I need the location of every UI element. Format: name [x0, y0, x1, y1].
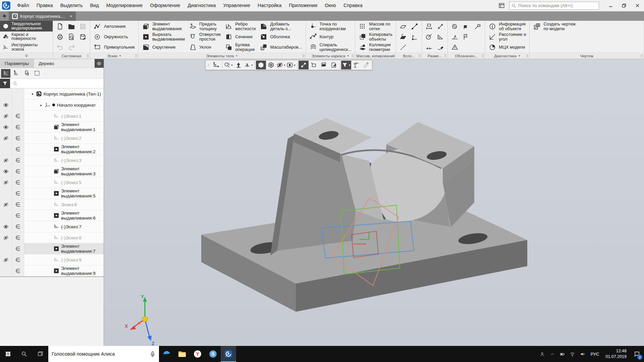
menu-diagnostics[interactable]: Диагностика — [184, 0, 219, 11]
eye-icon[interactable] — [0, 166, 12, 177]
extrude-boss-button[interactable]: Элемент выдавливания — [140, 21, 187, 32]
tree-item-sketch-3[interactable]: ∈(-)Эскиз:3 — [0, 155, 104, 166]
edit-dimension-button[interactable] — [435, 42, 446, 52]
new-tab-button[interactable]: + — [0, 11, 9, 21]
menu-select[interactable]: Выделить — [57, 0, 87, 11]
tree-search[interactable] — [10, 79, 104, 88]
construction-line-button[interactable] — [397, 42, 409, 52]
tab-close-icon[interactable]: × — [70, 14, 72, 19]
grip-icon[interactable] — [481, 54, 484, 58]
grip-icon[interactable] — [302, 54, 305, 58]
chevron-down-icon[interactable]: ▼ — [119, 55, 121, 57]
menu-management[interactable]: Управление — [219, 0, 254, 11]
menu-window[interactable]: Окно — [321, 0, 340, 11]
task-view-button[interactable] — [32, 346, 48, 362]
grip-icon[interactable] — [444, 54, 447, 58]
network-icon[interactable] — [567, 346, 577, 362]
cut-extrude-button[interactable]: Вырезать выдавливанием — [140, 32, 187, 42]
gear-icon[interactable] — [95, 59, 104, 68]
notification-center[interactable]: 2 — [630, 346, 644, 362]
menu-help[interactable]: Справка — [340, 0, 366, 11]
sketch-mode-button[interactable] — [211, 61, 221, 69]
assistant-search[interactable] — [48, 346, 159, 362]
mode-sketch-tools[interactable]: Инструменты эскиза — [0, 42, 53, 53]
fillet-button[interactable]: Скругление — [140, 42, 187, 52]
tree-relations-icon[interactable] — [11, 69, 21, 78]
undo-button[interactable] — [54, 42, 66, 52]
construction-plane-button[interactable] — [397, 21, 409, 32]
circle-button[interactable]: Окружность — [92, 32, 137, 42]
chevron-up-icon[interactable] — [547, 346, 557, 362]
expander-icon[interactable]: ▾ — [30, 92, 35, 96]
grip-icon[interactable] — [392, 54, 395, 58]
clip-view-button[interactable]: ▼ — [286, 61, 296, 69]
orientation-button[interactable]: ▼ — [244, 61, 254, 69]
tab-tree[interactable]: Дерево — [34, 59, 59, 68]
people-icon[interactable] — [537, 346, 547, 362]
command-search[interactable] — [509, 2, 599, 10]
taskbar-app-skype[interactable]: S — [205, 346, 221, 362]
object-info-button[interactable]: Информация об объекте — [486, 21, 528, 32]
minimize-button[interactable] — [604, 0, 617, 11]
save-button[interactable] — [77, 21, 89, 32]
clock[interactable]: 12:48 01.07.2019 — [602, 346, 630, 362]
distance-and-angle-button[interactable]: Расстояние и угол — [486, 32, 528, 42]
eye-hidden-icon[interactable] — [0, 254, 12, 265]
tree-item-sketch-8[interactable]: ∈(-)Эскиз:8 — [0, 232, 104, 243]
radial-dimension-button[interactable] — [423, 32, 435, 42]
assistant-search-input[interactable] — [52, 351, 150, 357]
eye-icon[interactable] — [0, 122, 12, 132]
tree-docs-icon[interactable] — [22, 69, 31, 78]
draft-button[interactable]: Уклон — [187, 42, 223, 52]
display-layers-button[interactable] — [319, 61, 329, 69]
simple-hole-button[interactable]: Отверстие простое — [187, 32, 223, 42]
ribbon-collapse-button[interactable] — [0, 53, 53, 59]
taskbar-app-edge[interactable] — [159, 346, 174, 362]
grip-icon[interactable] — [135, 54, 138, 58]
new-document-button[interactable] — [54, 21, 66, 32]
taskbar-app-yandex-browser[interactable]: Y — [190, 346, 205, 362]
leader-line-button[interactable] — [472, 21, 483, 32]
tab-parameters[interactable]: Параметры — [0, 59, 34, 68]
tree-item-extrude-6[interactable]: ∈Элемент выдавливания:6 — [0, 210, 104, 221]
eye-hidden-icon[interactable] — [0, 232, 12, 243]
shaded-view-button[interactable] — [256, 61, 266, 69]
tree-item-extrude-7[interactable]: ∈Элемент выдавливания:7 — [0, 243, 104, 254]
normal-to-button[interactable] — [233, 61, 244, 69]
tree-item-sketch-6[interactable]: ∈Эскиз:6 — [0, 199, 104, 210]
expander-icon[interactable]: ▸ — [39, 103, 44, 107]
tree-item-sketch-1[interactable]: ∈(-)Эскиз:1 — [0, 111, 104, 122]
offset-plane-button[interactable] — [397, 32, 409, 42]
interface-layout-icon[interactable] — [496, 2, 506, 10]
thread-designation-button[interactable] — [449, 21, 461, 32]
snaps-button[interactable] — [299, 61, 309, 69]
print-preview-button[interactable] — [66, 32, 77, 42]
dimension-chain-button[interactable] — [423, 42, 435, 52]
sheet-edit-button[interactable] — [329, 61, 339, 69]
rib-button[interactable]: Ребро жесткости — [223, 21, 258, 32]
eye-icon[interactable] — [0, 100, 12, 110]
battery-icon[interactable] — [557, 346, 567, 362]
eye-hidden-icon[interactable] — [0, 199, 12, 210]
menu-edit[interactable]: Правка — [33, 0, 57, 11]
grip-icon[interactable] — [640, 54, 643, 58]
volume-icon[interactable] — [577, 346, 587, 362]
menu-applications[interactable]: Приложения — [285, 0, 321, 11]
tree-item-extrude-3[interactable]: ∈Элемент выдавливания:3 — [0, 166, 104, 177]
tree-item-part-root[interactable]: ▾Корпус подшипника (Тел-1) — [0, 88, 104, 100]
language-indicator[interactable]: РУС — [587, 346, 602, 362]
tree-item-sketch-7[interactable]: ∈(-)Эскиз:7 — [0, 221, 104, 232]
tree-item-origin[interactable]: ▸Начало координат — [0, 100, 104, 111]
viewport[interactable]: Y X Z ▼▼▼▼▼ — [104, 59, 644, 346]
filter-icon[interactable] — [0, 79, 10, 88]
autoline-button[interactable]: Автолиния — [92, 21, 137, 32]
grid-array-button[interactable]: Массив по сетке — [357, 21, 394, 32]
menu-modeling[interactable]: Моделирование — [103, 0, 147, 11]
dimensions-display-button[interactable] — [309, 61, 319, 69]
smart-dimension-button[interactable] — [435, 21, 446, 32]
chevron-down-icon[interactable]: ▼ — [235, 55, 238, 57]
rectangle-button[interactable]: Прямоугольник — [92, 42, 137, 52]
menu-file[interactable]: Файл — [13, 0, 33, 11]
drag-handle-icon[interactable] — [206, 61, 211, 69]
save-as-button[interactable] — [77, 32, 89, 42]
